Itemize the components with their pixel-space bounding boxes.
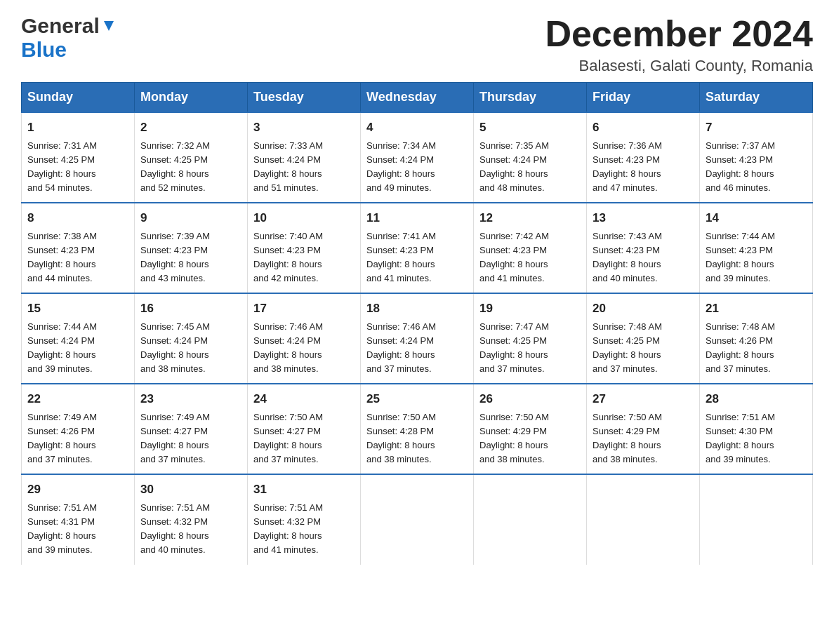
day-info: Sunrise: 7:42 AMSunset: 4:23 PMDaylight:…: [479, 229, 581, 286]
day-number: 29: [27, 481, 128, 499]
day-info: Sunrise: 7:51 AMSunset: 4:30 PMDaylight:…: [706, 410, 807, 467]
day-info: Sunrise: 7:32 AMSunset: 4:25 PMDaylight:…: [140, 139, 241, 196]
calendar-cell: [361, 474, 474, 564]
day-info: Sunrise: 7:38 AMSunset: 4:23 PMDaylight:…: [27, 229, 128, 286]
calendar-cell: 16Sunrise: 7:45 AMSunset: 4:24 PMDayligh…: [135, 293, 248, 384]
day-of-week-saturday: Saturday: [700, 83, 813, 113]
day-info: Sunrise: 7:50 AMSunset: 4:29 PMDaylight:…: [593, 410, 694, 467]
calendar-cell: 10Sunrise: 7:40 AMSunset: 4:23 PMDayligh…: [248, 203, 361, 293]
calendar-week-2: 8Sunrise: 7:38 AMSunset: 4:23 PMDaylight…: [22, 203, 813, 293]
day-info: Sunrise: 7:35 AMSunset: 4:24 PMDaylight:…: [479, 139, 581, 196]
day-number: 22: [27, 390, 128, 408]
day-number: 21: [706, 300, 807, 318]
calendar-cell: 29Sunrise: 7:51 AMSunset: 4:31 PMDayligh…: [22, 474, 135, 564]
day-number: 25: [366, 390, 468, 408]
calendar-cell: 11Sunrise: 7:41 AMSunset: 4:23 PMDayligh…: [361, 203, 474, 293]
day-number: 7: [706, 119, 807, 137]
day-info: Sunrise: 7:47 AMSunset: 4:25 PMDaylight:…: [479, 320, 581, 377]
calendar-title: December 2024: [545, 14, 813, 54]
calendar-table: SundayMondayTuesdayWednesdayThursdayFrid…: [21, 82, 813, 564]
day-info: Sunrise: 7:39 AMSunset: 4:23 PMDaylight:…: [140, 229, 241, 286]
calendar-cell: 9Sunrise: 7:39 AMSunset: 4:23 PMDaylight…: [135, 203, 248, 293]
day-number: 24: [253, 390, 355, 408]
calendar-cell: 14Sunrise: 7:44 AMSunset: 4:23 PMDayligh…: [700, 203, 813, 293]
calendar-cell: 22Sunrise: 7:49 AMSunset: 4:26 PMDayligh…: [22, 384, 135, 474]
calendar-cell: 8Sunrise: 7:38 AMSunset: 4:23 PMDaylight…: [22, 203, 135, 293]
day-info: Sunrise: 7:40 AMSunset: 4:23 PMDaylight:…: [253, 229, 355, 286]
day-info: Sunrise: 7:48 AMSunset: 4:25 PMDaylight:…: [593, 320, 694, 377]
day-number: 13: [593, 209, 694, 227]
day-info: Sunrise: 7:51 AMSunset: 4:32 PMDaylight:…: [140, 501, 241, 558]
day-of-week-wednesday: Wednesday: [361, 83, 474, 113]
day-info: Sunrise: 7:41 AMSunset: 4:23 PMDaylight:…: [366, 229, 468, 286]
day-of-week-thursday: Thursday: [474, 83, 587, 113]
calendar-cell: [700, 474, 813, 564]
page-header: General Blue December 2024 Balasesti, Ga…: [21, 14, 813, 75]
day-info: Sunrise: 7:48 AMSunset: 4:26 PMDaylight:…: [706, 320, 807, 377]
calendar-cell: 20Sunrise: 7:48 AMSunset: 4:25 PMDayligh…: [587, 293, 700, 384]
day-number: 30: [140, 481, 241, 499]
day-number: 11: [366, 209, 468, 227]
day-number: 23: [140, 390, 241, 408]
calendar-cell: 19Sunrise: 7:47 AMSunset: 4:25 PMDayligh…: [474, 293, 587, 384]
calendar-cell: [474, 474, 587, 564]
calendar-cell: 13Sunrise: 7:43 AMSunset: 4:23 PMDayligh…: [587, 203, 700, 293]
day-number: 15: [27, 300, 128, 318]
day-number: 4: [366, 119, 468, 137]
day-number: 2: [140, 119, 241, 137]
calendar-body: 1Sunrise: 7:31 AMSunset: 4:25 PMDaylight…: [22, 112, 813, 564]
day-of-week-tuesday: Tuesday: [248, 83, 361, 113]
day-number: 19: [479, 300, 581, 318]
days-of-week-row: SundayMondayTuesdayWednesdayThursdayFrid…: [22, 83, 813, 113]
day-number: 14: [706, 209, 807, 227]
day-number: 28: [706, 390, 807, 408]
day-number: 1: [27, 119, 128, 137]
logo-blue-text: Blue: [21, 38, 67, 61]
day-info: Sunrise: 7:50 AMSunset: 4:29 PMDaylight:…: [479, 410, 581, 467]
calendar-cell: 6Sunrise: 7:36 AMSunset: 4:23 PMDaylight…: [587, 112, 700, 203]
calendar-cell: 7Sunrise: 7:37 AMSunset: 4:23 PMDaylight…: [700, 112, 813, 203]
day-number: 18: [366, 300, 468, 318]
calendar-cell: 18Sunrise: 7:46 AMSunset: 4:24 PMDayligh…: [361, 293, 474, 384]
day-number: 26: [479, 390, 581, 408]
day-info: Sunrise: 7:50 AMSunset: 4:27 PMDaylight:…: [253, 410, 355, 467]
calendar-cell: 24Sunrise: 7:50 AMSunset: 4:27 PMDayligh…: [248, 384, 361, 474]
calendar-cell: 28Sunrise: 7:51 AMSunset: 4:30 PMDayligh…: [700, 384, 813, 474]
day-number: 8: [27, 209, 128, 227]
calendar-cell: [587, 474, 700, 564]
calendar-cell: 30Sunrise: 7:51 AMSunset: 4:32 PMDayligh…: [135, 474, 248, 564]
logo-triangle-icon: [101, 18, 117, 34]
day-info: Sunrise: 7:50 AMSunset: 4:28 PMDaylight:…: [366, 410, 468, 467]
day-info: Sunrise: 7:51 AMSunset: 4:32 PMDaylight:…: [253, 501, 355, 558]
day-number: 12: [479, 209, 581, 227]
calendar-cell: 3Sunrise: 7:33 AMSunset: 4:24 PMDaylight…: [248, 112, 361, 203]
calendar-header: SundayMondayTuesdayWednesdayThursdayFrid…: [22, 83, 813, 113]
day-info: Sunrise: 7:44 AMSunset: 4:24 PMDaylight:…: [27, 320, 128, 377]
day-info: Sunrise: 7:33 AMSunset: 4:24 PMDaylight:…: [253, 139, 355, 196]
calendar-week-3: 15Sunrise: 7:44 AMSunset: 4:24 PMDayligh…: [22, 293, 813, 384]
day-info: Sunrise: 7:46 AMSunset: 4:24 PMDaylight:…: [253, 320, 355, 377]
calendar-week-5: 29Sunrise: 7:51 AMSunset: 4:31 PMDayligh…: [22, 474, 813, 564]
calendar-cell: 15Sunrise: 7:44 AMSunset: 4:24 PMDayligh…: [22, 293, 135, 384]
calendar-subtitle: Balasesti, Galati County, Romania: [545, 57, 813, 75]
calendar-cell: 26Sunrise: 7:50 AMSunset: 4:29 PMDayligh…: [474, 384, 587, 474]
day-number: 5: [479, 119, 581, 137]
day-number: 9: [140, 209, 241, 227]
logo: General Blue: [21, 14, 117, 62]
day-number: 6: [593, 119, 694, 137]
calendar-cell: 1Sunrise: 7:31 AMSunset: 4:25 PMDaylight…: [22, 112, 135, 203]
calendar-cell: 5Sunrise: 7:35 AMSunset: 4:24 PMDaylight…: [474, 112, 587, 203]
day-info: Sunrise: 7:43 AMSunset: 4:23 PMDaylight:…: [593, 229, 694, 286]
day-number: 31: [253, 481, 355, 499]
day-of-week-sunday: Sunday: [22, 83, 135, 113]
day-number: 16: [140, 300, 241, 318]
day-number: 17: [253, 300, 355, 318]
day-number: 27: [593, 390, 694, 408]
day-info: Sunrise: 7:46 AMSunset: 4:24 PMDaylight:…: [366, 320, 468, 377]
day-info: Sunrise: 7:49 AMSunset: 4:27 PMDaylight:…: [140, 410, 241, 467]
calendar-cell: 2Sunrise: 7:32 AMSunset: 4:25 PMDaylight…: [135, 112, 248, 203]
calendar-cell: 31Sunrise: 7:51 AMSunset: 4:32 PMDayligh…: [248, 474, 361, 564]
calendar-cell: 17Sunrise: 7:46 AMSunset: 4:24 PMDayligh…: [248, 293, 361, 384]
day-info: Sunrise: 7:31 AMSunset: 4:25 PMDaylight:…: [27, 139, 128, 196]
svg-marker-0: [104, 21, 114, 31]
